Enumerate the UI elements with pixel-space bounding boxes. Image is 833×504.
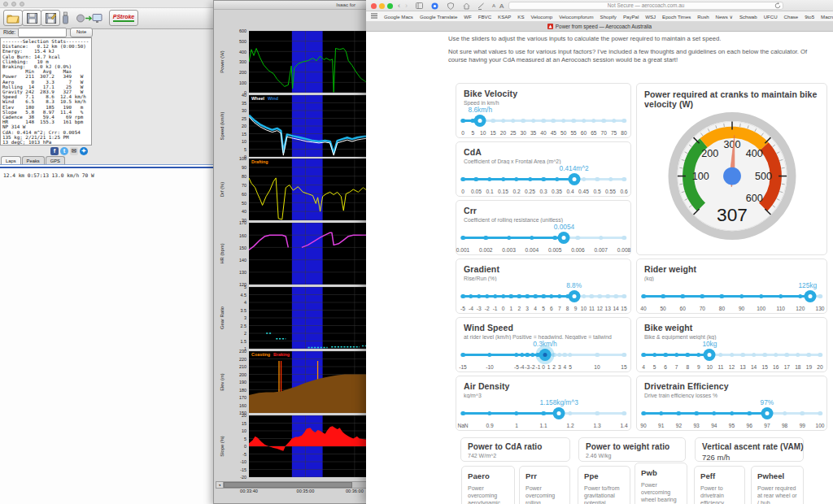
chart-plot-gear[interactable] <box>249 287 372 349</box>
slider-dot <box>509 294 514 299</box>
bookmark-4[interactable]: FBVC <box>478 14 491 20</box>
slider-bike-velocity[interactable]: 8.6km/h <box>463 109 624 130</box>
bookmark-18[interactable]: 9to5 <box>805 14 814 20</box>
markup-icon[interactable] <box>478 1 485 11</box>
bookmark-14[interactable]: News ∨ <box>716 14 733 20</box>
slider-handle-bike-weight[interactable] <box>704 349 716 361</box>
slider-gradient[interactable]: 8.8% <box>463 285 624 306</box>
chart-plot-slope[interactable] <box>249 415 372 477</box>
slider-handle-bike-velocity[interactable] <box>474 115 486 127</box>
text-larger-icon[interactable]: A <box>499 1 504 11</box>
bookmark-9[interactable]: Shopify <box>600 14 617 20</box>
slider-air-density[interactable]: 1.158kg/m^3 <box>463 402 624 423</box>
slider-drivetrain-efficiency[interactable]: 97% <box>643 402 820 423</box>
chart-plot-drafting[interactable] <box>249 159 372 220</box>
slider-handle-crr[interactable] <box>558 232 570 244</box>
scroll-left-arrow-icon[interactable]: ◂ <box>216 482 224 488</box>
bookmark-2[interactable]: Google Translate <box>420 14 457 20</box>
safari-icon[interactable]: ✦ <box>80 147 88 155</box>
back-icon[interactable]: ‹ <box>398 1 400 11</box>
facebook-icon[interactable]: f <box>50 147 59 155</box>
tick-label: 2 <box>517 306 521 311</box>
slider-subtitle-cda: Coefficient of Drag x Frontal Area (m^2) <box>464 159 623 164</box>
save-as-button[interactable] <box>41 10 60 26</box>
home-icon[interactable] <box>463 1 470 11</box>
slider-handle-rider-weight[interactable] <box>804 290 816 302</box>
bookmark-1[interactable]: Google Macs <box>384 14 413 20</box>
minimize-icon[interactable] <box>379 3 385 9</box>
pstroke-logo-button[interactable]: PStroke <box>109 10 138 26</box>
scrollbar-thumb[interactable] <box>224 482 352 488</box>
chart-plot-elev[interactable] <box>249 351 372 413</box>
usb-download-button[interactable] <box>59 10 72 26</box>
slider-handle-air-density[interactable] <box>553 407 565 419</box>
ride-input[interactable] <box>18 28 67 37</box>
zoom-icon[interactable] <box>387 3 393 9</box>
tick-label: 0.45 <box>578 189 589 194</box>
bookmark-6[interactable]: KS <box>517 14 524 20</box>
slider-dot <box>531 119 536 124</box>
close-icon[interactable] <box>3 2 8 7</box>
chart-panel-hr: HR (bpm)120130140150160170 <box>214 223 372 285</box>
zoom-icon[interactable] <box>20 2 24 7</box>
slider-crr[interactable]: 0.0054 <box>463 226 624 247</box>
chart-horizontal-scrollbar[interactable]: ◂ <box>216 481 370 489</box>
bookmark-8[interactable]: Velocompforum <box>559 14 593 20</box>
ytick-label: 60 <box>229 192 246 197</box>
minimize-icon[interactable] <box>11 2 16 7</box>
email-icon[interactable]: ✉ <box>70 147 78 155</box>
bookmark-3[interactable]: WF <box>464 14 471 20</box>
bookmark-16[interactable]: UFCU <box>764 14 778 20</box>
bookmark-19[interactable]: Macrumors <box>821 14 833 20</box>
bookmark-12[interactable]: Epoch Times <box>662 14 691 20</box>
mini-card-title: Paero <box>468 471 508 480</box>
close-icon[interactable] <box>371 3 377 9</box>
legend-speed: WheelWind <box>251 96 278 101</box>
open-file-button[interactable] <box>3 10 23 26</box>
address-bar[interactable]: Not Secure — aerocoach.com.au <box>508 2 783 10</box>
result-value: 726 m/h <box>702 453 796 462</box>
save-button[interactable] <box>22 10 41 26</box>
slider-rider-weight[interactable]: 125kg <box>643 285 820 306</box>
content-blocker-icon[interactable] <box>431 1 438 11</box>
slider-dot <box>460 411 465 416</box>
tick-label: -4 <box>520 364 525 370</box>
bookmark-7[interactable]: Velocomp <box>530 14 552 20</box>
slider-dot <box>517 294 522 299</box>
privacy-shield-icon[interactable] <box>447 1 454 11</box>
result-title: Power to CdA ratio <box>468 442 563 451</box>
forward-icon[interactable]: › <box>405 1 408 11</box>
bookmark-10[interactable]: PayPal <box>623 14 639 20</box>
slider-dot <box>487 177 492 182</box>
slider-handle-wind-speed[interactable] <box>539 349 551 361</box>
sidebar-icon[interactable] <box>416 1 423 11</box>
tick-label: 98 <box>782 423 787 428</box>
send-to-device-button[interactable] <box>75 10 104 26</box>
text-smaller-icon[interactable]: A <box>492 1 495 11</box>
slider-ticks-air-density: NaN0.911.11.21.31.4 <box>463 423 624 430</box>
bookmark-17[interactable]: Chase <box>784 14 799 20</box>
tick-label: 15 <box>621 306 626 311</box>
slider-bike-weight[interactable]: 10kg <box>643 343 820 364</box>
reload-icon[interactable] <box>774 1 781 11</box>
bookmarks-menu-icon[interactable] <box>371 13 377 20</box>
slider-handle-drivetrain-efficiency[interactable] <box>761 407 773 419</box>
bookmark-5[interactable]: KSAP <box>498 14 511 20</box>
active-tab-title[interactable]: Power from speed — Aerocoach Australia <box>556 24 652 29</box>
note-button[interactable]: Note <box>70 28 93 37</box>
window-controls-inactive[interactable] <box>3 2 24 7</box>
bookmark-15[interactable]: Schwab <box>739 14 757 20</box>
twitter-icon[interactable]: t <box>60 147 68 155</box>
slider-wind-speed[interactable]: 0.3km/h <box>463 343 624 364</box>
slider-cda[interactable]: 0.414m^2 <box>463 167 624 189</box>
bookmark-11[interactable]: WSJ <box>645 14 656 20</box>
chart-plot-speed[interactable] <box>249 95 372 157</box>
slider-dot <box>530 353 535 358</box>
ytick-label: 25 <box>229 116 246 121</box>
slider-handle-cda[interactable] <box>568 173 580 185</box>
slider-handle-gradient[interactable] <box>568 290 580 302</box>
chart-plot-power[interactable] <box>249 31 372 93</box>
legend-braking: Braking <box>273 352 290 357</box>
chart-plot-hr[interactable] <box>249 223 372 285</box>
bookmark-13[interactable]: Rush <box>697 14 709 20</box>
